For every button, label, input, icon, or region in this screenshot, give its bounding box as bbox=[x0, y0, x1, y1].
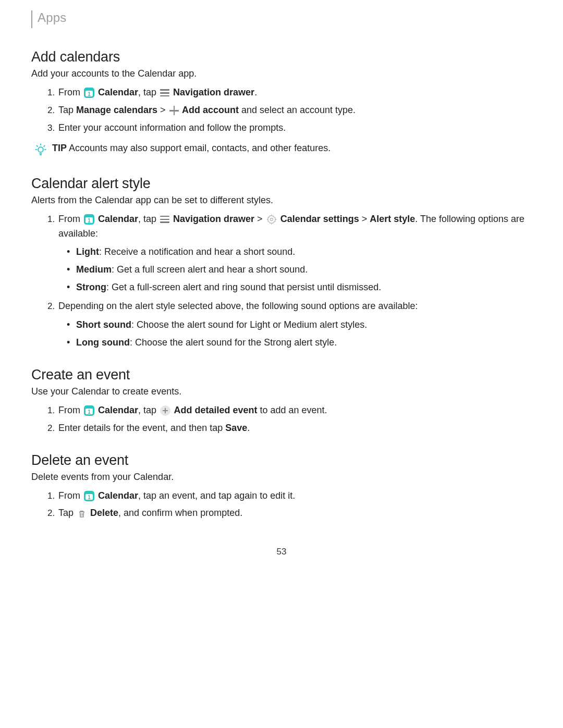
header-accent-bar bbox=[31, 10, 32, 28]
tip-text: TIP Accounts may also support email, con… bbox=[52, 143, 331, 154]
text-bold: Long sound bbox=[76, 337, 130, 348]
text: > bbox=[359, 214, 370, 224]
text: : Choose the alert sound for Light or Me… bbox=[131, 319, 367, 330]
svg-line-2 bbox=[36, 145, 38, 147]
svg-point-8 bbox=[270, 218, 273, 220]
text-bold: Navigation drawer bbox=[170, 87, 254, 97]
list-item: Short sound: Choose the alert sound for … bbox=[76, 318, 532, 332]
section-intro: Delete events from your Calendar. bbox=[31, 472, 532, 483]
text: From bbox=[58, 214, 83, 224]
text-bold: Add detailed event bbox=[172, 405, 257, 415]
text-bold: Alert style bbox=[370, 214, 415, 224]
calendar-app-icon bbox=[84, 405, 94, 416]
text: : Get a full screen alert and hear a sho… bbox=[112, 264, 308, 275]
text: Accounts may also support email, contact… bbox=[67, 143, 331, 153]
list-item: Enter details for the event, and then ta… bbox=[57, 421, 532, 436]
text: Tap bbox=[58, 105, 76, 115]
text: From bbox=[58, 490, 83, 501]
lightbulb-icon bbox=[33, 142, 48, 159]
text: and select an account type. bbox=[239, 105, 356, 115]
text: , tap bbox=[138, 405, 159, 415]
section-heading-add-calendars: Add calendars bbox=[31, 49, 532, 65]
text: , tap bbox=[138, 214, 159, 224]
section-intro: Alerts from the Calendar app can be set … bbox=[31, 195, 532, 206]
text: : Choose the alert sound for the Strong … bbox=[130, 337, 337, 348]
text-bold: Calendar bbox=[95, 490, 138, 501]
create-event-steps: From Calendar, tap Add detailed event to… bbox=[31, 403, 532, 436]
list-item: Light: Receive a notification and hear a… bbox=[76, 245, 532, 260]
text: Depending on the alert style selected ab… bbox=[58, 301, 418, 311]
text-bold: Manage calendars bbox=[76, 105, 157, 115]
calendar-app-icon bbox=[84, 214, 94, 225]
text: , tap bbox=[138, 87, 159, 97]
text: : Get a full-screen alert and ring sound… bbox=[106, 282, 381, 292]
tip-callout: TIP Accounts may also support email, con… bbox=[31, 143, 532, 159]
add-calendars-steps: From Calendar, tap Navigation drawer. Ta… bbox=[31, 85, 532, 135]
list-item: From Calendar, tap Navigation drawer. bbox=[57, 85, 532, 100]
text: . bbox=[247, 423, 250, 433]
sound-options: Short sound: Choose the alert sound for … bbox=[58, 318, 532, 350]
text-bold: Add account bbox=[180, 105, 239, 115]
list-item: From Calendar, tap an event, and tap aga… bbox=[57, 489, 532, 503]
text-bold: Short sound bbox=[76, 319, 131, 330]
svg-point-0 bbox=[38, 147, 43, 152]
text: From bbox=[58, 405, 83, 415]
section-heading-create-event: Create an event bbox=[31, 367, 532, 383]
navigation-drawer-icon bbox=[160, 89, 169, 96]
list-item: From Calendar, tap Add detailed event to… bbox=[57, 403, 532, 418]
text: > bbox=[254, 214, 265, 224]
text: From bbox=[58, 87, 83, 97]
alert-style-steps: From Calendar, tap Navigation drawer > C… bbox=[31, 212, 532, 350]
tip-label: TIP bbox=[52, 143, 67, 153]
text-bold: Medium bbox=[76, 264, 112, 275]
section-heading-alert-style: Calendar alert style bbox=[31, 176, 532, 192]
text: > bbox=[157, 105, 168, 115]
plus-icon bbox=[169, 106, 179, 115]
text-bold: Calendar bbox=[98, 87, 138, 97]
calendar-app-icon bbox=[84, 88, 94, 98]
svg-line-3 bbox=[44, 145, 45, 147]
text: Enter details for the event, and then ta… bbox=[58, 423, 225, 433]
text-bold: Navigation drawer bbox=[170, 214, 254, 224]
text-bold: Calendar bbox=[95, 405, 138, 415]
text-bold: Delete bbox=[88, 508, 118, 518]
trash-icon bbox=[77, 509, 87, 519]
header-title: Apps bbox=[38, 10, 67, 25]
list-item: Medium: Get a full screen alert and hear… bbox=[76, 263, 532, 277]
text-bold: Save bbox=[225, 423, 247, 433]
text: : Receive a notification and hear a shor… bbox=[99, 246, 295, 257]
text: , tap an event, and tap again to edit it… bbox=[138, 490, 295, 501]
list-item: Long sound: Choose the alert sound for t… bbox=[76, 336, 532, 350]
list-item: Depending on the alert style selected ab… bbox=[57, 299, 532, 350]
delete-event-steps: From Calendar, tap an event, and tap aga… bbox=[31, 489, 532, 521]
text-bold: Calendar bbox=[95, 214, 138, 224]
gear-icon bbox=[266, 214, 277, 225]
text-bold: Light bbox=[76, 246, 99, 257]
page-number: 53 bbox=[31, 547, 532, 557]
section-heading-delete-event: Delete an event bbox=[31, 452, 532, 468]
text-bold: Strong bbox=[76, 282, 106, 292]
list-item: Enter your account information and follo… bbox=[57, 121, 532, 135]
text: to add an event. bbox=[257, 405, 327, 415]
alert-style-options: Light: Receive a notification and hear a… bbox=[58, 245, 532, 295]
list-item: Strong: Get a full-screen alert and ring… bbox=[76, 280, 532, 295]
text: , and confirm when prompted. bbox=[118, 508, 242, 518]
section-intro: Add your accounts to the Calendar app. bbox=[31, 68, 532, 79]
add-event-icon bbox=[160, 405, 170, 416]
section-intro: Use your Calendar to create events. bbox=[31, 386, 532, 397]
text: Tap bbox=[58, 508, 76, 518]
navigation-drawer-icon bbox=[160, 216, 169, 223]
list-item: Tap Manage calendars > Add account and s… bbox=[57, 103, 532, 118]
list-item: From Calendar, tap Navigation drawer > C… bbox=[57, 212, 532, 295]
text: . bbox=[254, 87, 257, 97]
text-bold: Calendar settings bbox=[278, 214, 359, 224]
list-item: Tap Delete, and confirm when prompted. bbox=[57, 506, 532, 521]
page-header: Apps bbox=[31, 10, 532, 28]
calendar-app-icon bbox=[84, 491, 94, 501]
